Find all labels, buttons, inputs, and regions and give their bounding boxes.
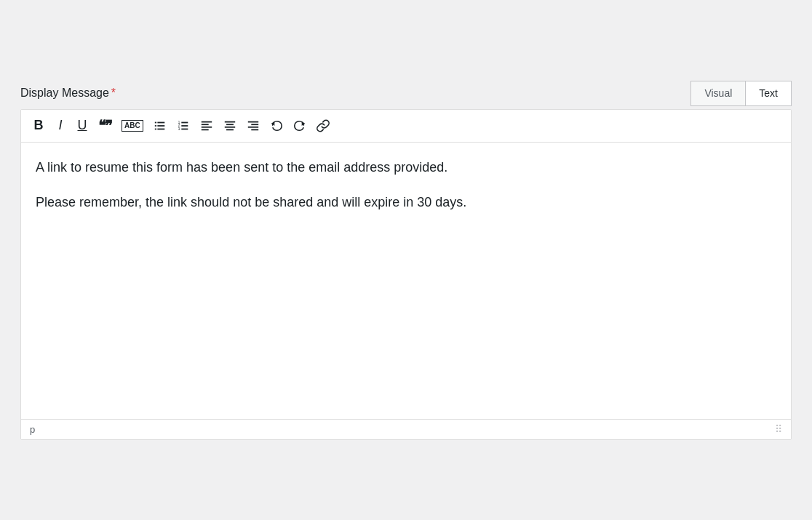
svg-rect-3 xyxy=(154,121,156,123)
svg-rect-8 xyxy=(181,128,188,129)
resize-handle[interactable]: ⠿ xyxy=(775,424,782,434)
svg-rect-15 xyxy=(201,129,208,130)
tab-visual[interactable]: Visual xyxy=(690,81,745,106)
svg-rect-20 xyxy=(247,121,258,122)
undo-icon xyxy=(270,119,283,132)
ordered-list-icon: 1 2 3 xyxy=(177,119,190,132)
svg-rect-4 xyxy=(154,125,156,127)
underline-button[interactable]: U xyxy=(73,116,91,135)
align-left-button[interactable] xyxy=(197,118,216,134)
required-asterisk: * xyxy=(111,87,116,99)
bold-button[interactable]: B xyxy=(30,116,47,135)
svg-rect-17 xyxy=(226,124,234,125)
link-icon xyxy=(317,119,330,132)
align-right-icon xyxy=(247,119,260,132)
field-label-text: Display Message xyxy=(20,87,109,99)
ordered-list-button[interactable]: 1 2 3 xyxy=(174,118,193,134)
align-right-button[interactable] xyxy=(244,118,263,134)
svg-rect-16 xyxy=(224,121,234,122)
unordered-list-icon xyxy=(154,119,167,132)
redo-icon xyxy=(293,119,306,132)
align-left-icon xyxy=(200,119,213,132)
rich-text-editor: B I U ❝❞ ABC xyxy=(20,109,792,440)
footer-tag-indicator: p xyxy=(30,424,35,435)
redo-button[interactable] xyxy=(290,118,309,134)
svg-rect-7 xyxy=(181,125,188,127)
svg-rect-18 xyxy=(224,126,234,127)
italic-button[interactable]: I xyxy=(52,116,69,135)
editor-footer: p ⠿ xyxy=(21,419,791,439)
link-button[interactable] xyxy=(314,118,333,134)
svg-rect-13 xyxy=(201,124,208,125)
align-center-icon xyxy=(223,119,236,132)
svg-rect-14 xyxy=(201,126,211,127)
field-label: Display Message* xyxy=(20,87,116,100)
content-paragraph-1: A link to resume this form has been sent… xyxy=(36,157,776,178)
svg-rect-19 xyxy=(226,129,234,130)
svg-rect-2 xyxy=(157,128,164,129)
svg-rect-22 xyxy=(247,126,258,127)
tab-text[interactable]: Text xyxy=(745,81,792,106)
svg-rect-5 xyxy=(154,128,156,129)
content-paragraph-2: Please remember, the link should not be … xyxy=(36,192,776,213)
svg-rect-1 xyxy=(157,125,164,127)
abc-icon: ABC xyxy=(122,120,143,132)
unordered-list-button[interactable] xyxy=(151,118,170,134)
blockquote-button[interactable]: ❝❞ xyxy=(95,116,114,136)
align-center-button[interactable] xyxy=(220,118,239,134)
svg-rect-21 xyxy=(251,124,258,125)
svg-text:3: 3 xyxy=(178,127,180,130)
undo-button[interactable] xyxy=(267,118,286,134)
view-tabs: Visual Text xyxy=(690,81,792,106)
svg-rect-6 xyxy=(181,121,188,123)
svg-rect-0 xyxy=(157,121,164,123)
editor-content-area[interactable]: A link to resume this form has been sent… xyxy=(21,143,791,419)
quote-icon: ❝❞ xyxy=(98,117,111,135)
editor-toolbar: B I U ❝❞ ABC xyxy=(21,110,791,143)
strikethrough-button[interactable]: ABC xyxy=(119,119,146,133)
svg-rect-23 xyxy=(251,129,258,130)
svg-rect-12 xyxy=(201,121,211,122)
